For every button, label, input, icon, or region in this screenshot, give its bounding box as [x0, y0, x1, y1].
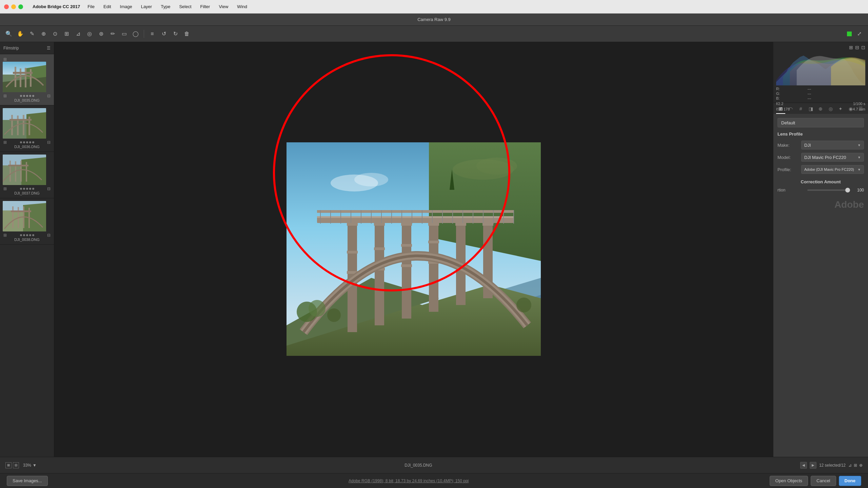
film-bottom-right-1: ⊟	[47, 94, 51, 98]
menu-image[interactable]: Image	[119, 3, 134, 10]
svg-rect-16	[9, 119, 32, 121]
maximize-button[interactable]	[18, 4, 23, 9]
correction-section-header: Correction Amount	[777, 179, 864, 184]
save-images-button[interactable]: Save Images...	[7, 476, 48, 486]
menu-edit[interactable]: Edit	[102, 3, 112, 10]
menu-select[interactable]: Select	[178, 3, 193, 10]
film-dots-3	[20, 188, 34, 190]
nav-next[interactable]: ▶	[810, 462, 816, 469]
shutter-value: 1/100 s	[853, 102, 865, 106]
rotate-ccw-tool[interactable]: ↺	[159, 29, 169, 39]
filmstrip: Filmstrip ☰ ⊞	[0, 42, 54, 457]
canvas-area	[54, 42, 773, 457]
sort-icon[interactable]: ⊞	[854, 463, 857, 468]
preferences-tool[interactable]: ≡	[147, 29, 157, 39]
red-eye-removal-tool[interactable]: ⊛	[96, 29, 106, 39]
svg-rect-86	[482, 223, 493, 226]
profile-label: Profile:	[777, 167, 801, 172]
color-sampler-tool[interactable]: ⊕	[39, 29, 48, 39]
nav-prev[interactable]: ◀	[800, 462, 807, 469]
filmstrip-menu-icon[interactable]: ☰	[47, 46, 51, 50]
svg-point-89	[327, 308, 341, 322]
make-value: DJI	[804, 143, 811, 148]
filmstrip-filename-1: DJI_0035.DNG	[3, 98, 51, 102]
filmstrip-item-2[interactable]: ⊞ ⊟ DJI_0036.DNG	[0, 105, 54, 152]
default-dropdown[interactable]: Default	[777, 118, 864, 127]
menu-filter[interactable]: Filter	[199, 3, 212, 10]
graduated-filter-tool[interactable]: ▭	[119, 29, 129, 39]
close-button[interactable]	[4, 4, 9, 9]
menu-layer[interactable]: Layer	[140, 3, 154, 10]
film-bottom-left-4: ⊞	[3, 233, 7, 238]
filmstrip-item-3[interactable]: ⊞ ⊟ DJI_0037.DNG	[0, 152, 54, 198]
white-balance-tool[interactable]: ✎	[27, 29, 37, 39]
image-info-text[interactable]: Adobe RGB (1998); 8 bit; 18.73 by 24.69 …	[349, 479, 469, 483]
focal-value: 4.7 mm	[853, 107, 865, 111]
film-bottom-left-3: ⊞	[3, 186, 7, 191]
model-label: Model:	[777, 155, 801, 160]
film-bottom-right-3: ⊟	[47, 186, 51, 191]
film-thumb-4	[3, 201, 46, 231]
done-button[interactable]: Done	[839, 476, 862, 486]
model-dropdown[interactable]: DJI Mavic Pro FC220 ▼	[801, 153, 864, 162]
make-dropdown[interactable]: DJI ▼	[801, 141, 864, 149]
adobe-watermark: Adobe	[777, 199, 864, 210]
svg-rect-72	[374, 223, 385, 226]
menu-file[interactable]: File	[86, 3, 96, 10]
profile-dropdown-arrow: ▼	[857, 168, 861, 171]
radial-filter-tool[interactable]: ◯	[131, 29, 140, 39]
single-view-btn[interactable]: ⊞	[5, 462, 12, 468]
model-row: Model: DJI Mavic Pro FC220 ▼	[777, 153, 864, 162]
filmstrip-filename-4: DJI_0038.DNG	[3, 238, 51, 242]
film-bottom-icons-3: ⊞ ⊟	[3, 186, 51, 191]
svg-rect-6	[25, 68, 26, 87]
action-buttons: Open Objects Cancel Done	[770, 476, 861, 486]
photo-container	[287, 142, 541, 357]
r-label: R:	[776, 87, 807, 91]
distortion-slider-row: rtion 100	[777, 188, 864, 192]
distortion-track[interactable]	[807, 189, 848, 191]
rotate-cw-tool[interactable]: ↻	[171, 29, 180, 39]
svg-rect-12	[11, 115, 13, 135]
compare-view-btn[interactable]: ⊟	[13, 462, 19, 468]
zoom-tool[interactable]: 🔍	[4, 29, 14, 39]
adjustment-brush-tool[interactable]: ✏	[108, 29, 117, 39]
histogram-icon-3[interactable]: ⊡	[861, 45, 865, 50]
iso-value: ISO 178	[776, 107, 790, 111]
spot-removal-tool[interactable]: ◎	[85, 29, 94, 39]
status-filename: DJI_0035.DNG	[405, 463, 432, 468]
histogram-icon-2[interactable]: ⊟	[855, 45, 859, 50]
filmstrip-item-4[interactable]: ⊞ ⊟ DJI_0038.DNG	[0, 198, 54, 245]
histogram-rgb-info: R: --- G: --- B: ---	[776, 87, 865, 100]
filmstrip-item-1[interactable]: ⊞	[0, 54, 54, 105]
menu-type[interactable]: Type	[159, 3, 172, 10]
zoom-dropdown[interactable]: ▼	[33, 463, 37, 468]
svg-point-88	[309, 300, 326, 317]
menu-wind[interactable]: Wind	[236, 3, 249, 10]
bottom-bar: Save Images... Adobe RGB (1998); 8 bit; …	[0, 473, 868, 488]
menu-view[interactable]: View	[217, 3, 230, 10]
film-dots-4	[20, 234, 34, 236]
open-objects-button[interactable]: Open Objects	[770, 476, 808, 486]
cancel-button[interactable]: Cancel	[811, 476, 836, 486]
svg-rect-20	[9, 161, 11, 182]
g-label: G:	[776, 92, 807, 96]
add-icon[interactable]: ⊕	[859, 463, 863, 468]
histogram-cam-info: f/2.2 1/100 s	[776, 102, 865, 106]
filter-icon[interactable]: ⊿	[848, 463, 852, 468]
profile-dropdown[interactable]: Adobe (DJI Mavic Pro FC220) ▼	[801, 165, 864, 174]
delete-tool[interactable]: 🗑	[182, 29, 192, 39]
hand-tool[interactable]: ✋	[16, 29, 25, 39]
distortion-thumb[interactable]	[845, 188, 850, 192]
film-bottom-left-1: ⊞	[3, 94, 7, 98]
app-name: Adobe Bridge CC 2017	[33, 4, 80, 9]
straighten-tool[interactable]: ⊿	[73, 29, 83, 39]
targeted-adjustment-tool[interactable]: ⊙	[50, 29, 60, 39]
filmstrip-filename-2: DJI_0036.DNG	[3, 145, 51, 149]
minimize-button[interactable]	[11, 4, 16, 9]
histogram-top-icons: ⊞ ⊟ ⊡	[776, 45, 865, 50]
histogram-icon-1[interactable]: ⊞	[849, 45, 853, 50]
full-screen-tool[interactable]: ⤢	[854, 29, 864, 39]
app-title: Camera Raw 9.9	[417, 17, 451, 22]
crop-tool[interactable]: ⊞	[62, 29, 71, 39]
